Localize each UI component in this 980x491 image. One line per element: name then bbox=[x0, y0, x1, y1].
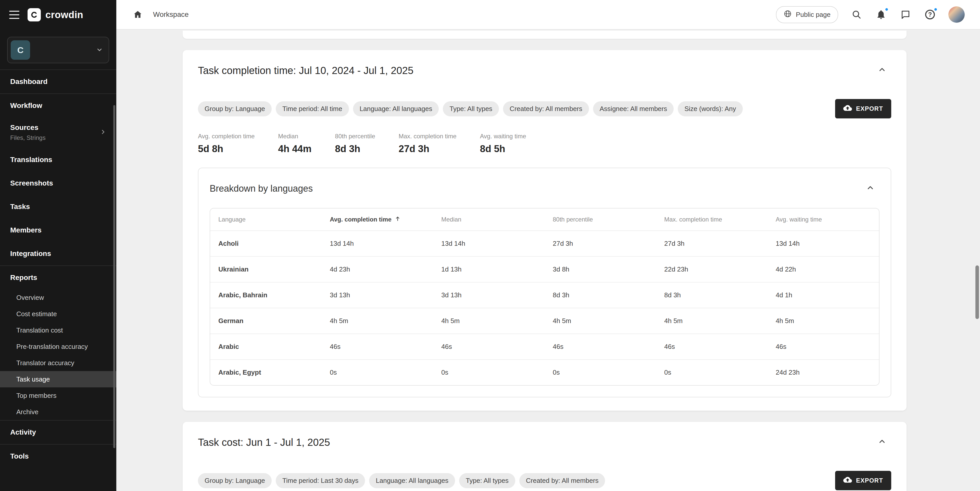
sidebar-item-top-members[interactable]: Top members bbox=[0, 387, 116, 404]
chevron-up-icon bbox=[878, 438, 886, 447]
public-page-button[interactable]: Public page bbox=[776, 6, 838, 23]
task-completion-card: Task completion time: Jul 10, 2024 - Jul… bbox=[183, 50, 907, 411]
sidebar-item-activity[interactable]: Activity bbox=[0, 421, 116, 444]
filter-chip-created-by[interactable]: Created by: All members bbox=[519, 473, 605, 488]
crowdin-logo-icon bbox=[27, 8, 41, 21]
filter-chip-assignee[interactable]: Assignee: All members bbox=[593, 101, 674, 116]
task-cost-card: Task cost: Jun 1 - Jul 1, 2025 Group by:… bbox=[183, 422, 907, 491]
column-header-language[interactable]: Language bbox=[210, 209, 321, 231]
sidebar-item-tasks[interactable]: Tasks bbox=[0, 195, 116, 218]
filter-chip-size-words[interactable]: Size (words): Any bbox=[678, 101, 743, 116]
column-header-avg-waiting-time[interactable]: Avg. waiting time bbox=[767, 209, 879, 231]
filter-chip-group-by[interactable]: Group by: Language bbox=[198, 473, 272, 488]
sidebar-item-sources[interactable]: Sources Files, Strings bbox=[0, 117, 116, 148]
sidebar-item-overview[interactable]: Overview bbox=[0, 289, 116, 306]
stat-avg-completion-time: Avg. completion time 5d 8h bbox=[198, 133, 255, 155]
filter-chip-language[interactable]: Language: All languages bbox=[369, 473, 455, 488]
sidebar-item-pre-translation-accuracy[interactable]: Pre-translation accuracy bbox=[0, 338, 116, 355]
stat-80th-percentile: 80th percentile 8d 3h bbox=[335, 133, 375, 155]
filter-row: Group by: Language Time period: Last 30 … bbox=[198, 471, 891, 490]
sidebar-item-reports[interactable]: Reports bbox=[0, 266, 116, 289]
sidebar-item-members[interactable]: Members bbox=[0, 218, 116, 242]
sidebar-item-translation-cost[interactable]: Translation cost bbox=[0, 322, 116, 338]
breakdown-table-wrap: Language Avg. completion time bbox=[210, 208, 880, 386]
table-row: Ukrainian 4d 23h 1d 13h 3d 8h 22d 23h 4d… bbox=[210, 257, 879, 282]
stat-median: Median 4h 44m bbox=[278, 133, 312, 155]
app-root: crowdin C Dashboard Workflow Sources Fil… bbox=[0, 0, 980, 491]
breadcrumb-workspace[interactable]: Workspace bbox=[153, 10, 189, 19]
globe-icon bbox=[784, 10, 792, 20]
page-scrollbar[interactable] bbox=[975, 265, 979, 319]
filter-chip-type[interactable]: Type: All types bbox=[459, 473, 515, 488]
org-switcher[interactable]: C bbox=[7, 37, 109, 63]
task-cost-collapse-button[interactable] bbox=[873, 433, 891, 451]
topbar-actions: Public page ? bbox=[776, 6, 965, 23]
search-icon[interactable] bbox=[850, 8, 863, 21]
crowdin-logo[interactable]: crowdin bbox=[27, 8, 83, 21]
cloud-upload-icon bbox=[843, 475, 852, 486]
sidebar-item-integrations[interactable]: Integrations bbox=[0, 242, 116, 265]
filter-chip-type[interactable]: Type: All types bbox=[443, 101, 499, 116]
table-header-row: Language Avg. completion time bbox=[210, 209, 879, 231]
sidebar-item-tools[interactable]: Tools bbox=[0, 445, 116, 468]
sidebar-item-cost-estimate[interactable]: Cost estimate bbox=[0, 306, 116, 322]
reports-subnav: Overview Cost estimate Translation cost … bbox=[0, 289, 116, 420]
sidebar-item-dashboard[interactable]: Dashboard bbox=[0, 70, 116, 93]
task-completion-title: Task completion time: Jul 10, 2024 - Jul… bbox=[198, 64, 414, 77]
help-icon[interactable]: ? bbox=[924, 8, 936, 21]
topbar: Workspace Public page bbox=[116, 0, 980, 30]
previous-card-bottom-edge bbox=[183, 30, 907, 39]
breakdown-collapse-button[interactable] bbox=[861, 179, 880, 198]
table-row: German 4h 5m 4h 5m 4h 5m 4h 5m 4h 5m bbox=[210, 308, 879, 334]
user-avatar[interactable] bbox=[948, 6, 965, 23]
filter-chips: Group by: Language Time period: All time… bbox=[198, 101, 743, 116]
breakdown-panel: Breakdown by languages Language bbox=[198, 168, 891, 397]
column-header-median[interactable]: Median bbox=[433, 209, 544, 231]
sources-sublabel: Files, Strings bbox=[10, 134, 46, 142]
filter-chip-language[interactable]: Language: All languages bbox=[353, 101, 439, 116]
stat-avg-waiting-time: Avg. waiting time 8d 5h bbox=[480, 133, 526, 155]
export-button[interactable]: EXPORT bbox=[835, 99, 891, 118]
main-content: Task completion time: Jul 10, 2024 - Jul… bbox=[116, 30, 980, 491]
stat-max-completion-time: Max. completion time 27d 3h bbox=[399, 133, 457, 155]
messages-icon[interactable] bbox=[899, 8, 912, 21]
sidebar-scrollbar[interactable] bbox=[113, 105, 115, 448]
table-row: Acholi 13d 14h 13d 14h 27d 3h 27d 3h 13d… bbox=[210, 231, 879, 257]
sort-arrow-up-icon bbox=[395, 216, 401, 223]
sidebar-item-translations[interactable]: Translations bbox=[0, 148, 116, 172]
notification-dot bbox=[885, 7, 889, 11]
home-icon[interactable] bbox=[132, 8, 144, 21]
sidebar: crowdin C Dashboard Workflow Sources Fil… bbox=[0, 0, 116, 491]
sidebar-header: crowdin bbox=[0, 0, 116, 30]
sidebar-item-task-usage[interactable]: Task usage bbox=[0, 371, 116, 387]
org-avatar: C bbox=[11, 40, 30, 60]
logo-text: crowdin bbox=[45, 10, 83, 21]
breakdown-title: Breakdown by languages bbox=[210, 183, 313, 194]
export-button[interactable]: EXPORT bbox=[835, 471, 891, 490]
main-column: Workspace Public page bbox=[116, 0, 980, 491]
stats-row: Avg. completion time 5d 8h Median 4h 44m… bbox=[198, 133, 891, 155]
table-row: Arabic, Egypt 0s 0s 0s 0s 24d 23h bbox=[210, 360, 879, 385]
sidebar-item-archive[interactable]: Archive bbox=[0, 404, 116, 420]
sidebar-item-workflow[interactable]: Workflow bbox=[0, 94, 116, 117]
filter-chip-time-period[interactable]: Time period: All time bbox=[276, 101, 349, 116]
notifications-bell-icon[interactable] bbox=[875, 8, 887, 21]
cloud-upload-icon bbox=[843, 104, 852, 114]
table-row: Arabic, Bahrain 3d 13h 3d 13h 8d 3h 8d 3… bbox=[210, 282, 879, 308]
column-header-max-completion-time[interactable]: Max. completion time bbox=[656, 209, 767, 231]
chevron-right-icon bbox=[100, 129, 106, 137]
filter-chip-group-by[interactable]: Group by: Language bbox=[198, 101, 272, 116]
sidebar-item-translator-accuracy[interactable]: Translator accuracy bbox=[0, 355, 116, 371]
sidebar-item-screenshots[interactable]: Screenshots bbox=[0, 172, 116, 195]
task-completion-collapse-button[interactable] bbox=[873, 61, 891, 80]
column-header-avg-completion-time[interactable]: Avg. completion time bbox=[321, 209, 433, 231]
column-header-80th-percentile[interactable]: 80th percentile bbox=[544, 209, 656, 231]
task-cost-title: Task cost: Jun 1 - Jul 1, 2025 bbox=[198, 436, 330, 449]
help-notification-dot bbox=[934, 7, 938, 11]
filter-chip-time-period[interactable]: Time period: Last 30 days bbox=[276, 473, 365, 488]
filter-chip-created-by[interactable]: Created by: All members bbox=[503, 101, 589, 116]
breadcrumb: Workspace bbox=[132, 8, 189, 21]
table-row: Arabic 46s 46s 46s 46s 46s bbox=[210, 334, 879, 360]
hamburger-menu-icon[interactable] bbox=[7, 9, 21, 21]
chevron-up-icon bbox=[878, 66, 886, 75]
